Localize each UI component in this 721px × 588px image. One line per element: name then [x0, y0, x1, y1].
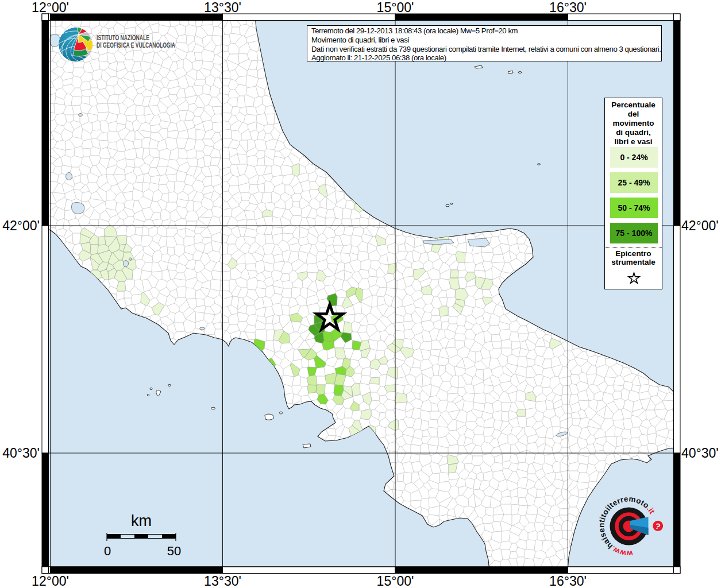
svg-text:DI GEOFISICA E VULCANOLOGIA: DI GEOFISICA E VULCANOLOGIA	[97, 41, 175, 49]
svg-text:0: 0	[104, 544, 111, 558]
svg-text:50: 50	[167, 544, 181, 558]
svg-text:km: km	[131, 512, 152, 529]
svg-text:ISTITUTO NAZIONALE: ISTITUTO NAZIONALE	[97, 34, 149, 42]
